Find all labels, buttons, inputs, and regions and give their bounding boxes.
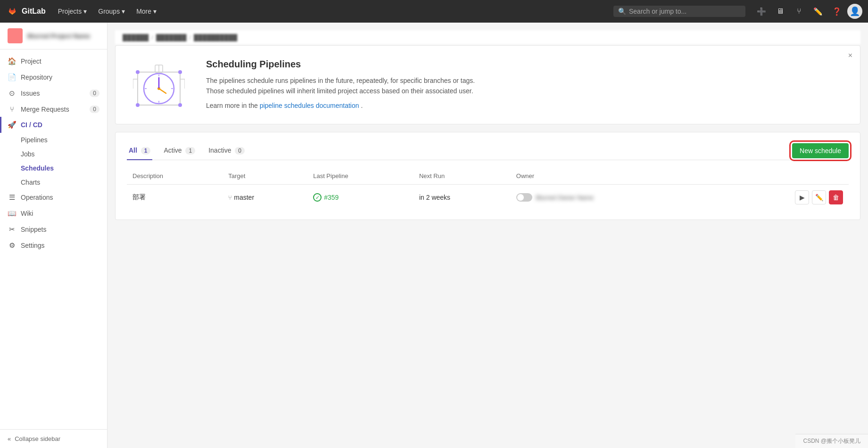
sidebar-item-schedules[interactable]: Schedules	[21, 161, 107, 175]
sidebar-project-header[interactable]: Blurred Project Name	[0, 23, 107, 49]
sidebar-item-jobs[interactable]: Jobs	[21, 147, 107, 161]
sidebar-cicd-subnav: Pipelines Jobs Schedules Charts	[0, 133, 107, 189]
merge-icon: ⑂	[8, 105, 16, 113]
banner-body: The pipelines schedule runs pipelines in…	[206, 75, 475, 97]
sidebar-item-project[interactable]: 🏠 Project	[0, 53, 107, 69]
monitor-icon[interactable]: 🖥	[772, 3, 789, 20]
top-navigation: GitLab Projects ▾ Groups ▾ More ▾ 🔍 Sear…	[0, 0, 868, 23]
col-actions	[713, 168, 849, 185]
sidebar-item-merge-requests[interactable]: ⑂ Merge Requests 0	[0, 101, 107, 117]
page-layout: Blurred Project Name 🏠 Project 📄 Reposit…	[0, 23, 868, 448]
sidebar-item-cicd[interactable]: 🚀 CI / CD	[0, 117, 107, 133]
merge-request-icon[interactable]: ⑂	[791, 3, 808, 20]
edit-schedule-button[interactable]: ✏️	[812, 190, 826, 204]
info-banner: ×	[115, 45, 860, 124]
sidebar-item-operations[interactable]: ☰ Operations	[0, 189, 107, 205]
sidebar-item-issues[interactable]: ⊙ Issues 0	[0, 85, 107, 101]
search-icon: 🔍	[618, 8, 626, 15]
global-search[interactable]: 🔍 Search or jump to...	[613, 6, 745, 17]
sidebar-navigation: 🏠 Project 📄 Repository ⊙ Issues 0 ⑂ Merg…	[0, 49, 107, 429]
all-count: 1	[141, 147, 151, 155]
col-owner: Owner	[511, 168, 713, 185]
wiki-icon: 📖	[8, 209, 16, 218]
inactive-count: 0	[235, 147, 245, 155]
new-schedule-button[interactable]: New schedule	[792, 143, 849, 158]
run-schedule-button[interactable]: ▶	[795, 190, 809, 204]
operations-icon: ☰	[8, 193, 16, 202]
sidebar-item-pipelines[interactable]: Pipelines	[21, 133, 107, 147]
home-icon: 🏠	[8, 57, 16, 65]
learn-more-link[interactable]: pipeline schedules documentation	[260, 102, 359, 109]
footer-credit: CSDN @搬个小板凳儿	[795, 434, 868, 448]
svg-point-13	[136, 70, 140, 74]
collapse-sidebar-button[interactable]: « Collapse sidebar	[0, 429, 107, 448]
close-banner-button[interactable]: ×	[848, 51, 852, 60]
owner-name: Blurred Owner Name	[536, 194, 594, 201]
nav-more[interactable]: More ▾	[132, 5, 161, 18]
svg-point-16	[178, 103, 182, 107]
issues-badge: 0	[90, 90, 99, 97]
cicd-icon: 🚀	[8, 121, 16, 129]
col-last-pipeline: Last Pipeline	[307, 168, 413, 185]
col-target: Target	[223, 168, 307, 185]
help-icon[interactable]: ❓	[828, 3, 845, 20]
sidebar: Blurred Project Name 🏠 Project 📄 Reposit…	[0, 23, 107, 448]
todo-icon[interactable]: ✏️	[810, 3, 827, 20]
topnav-links: Projects ▾ Groups ▾ More ▾	[53, 5, 161, 18]
breadcrumb: ██████ / ███████ / ██████████	[115, 30, 860, 45]
chevron-down-icon: ▾	[83, 8, 87, 15]
mr-badge: 0	[90, 106, 99, 113]
schedule-target: ⑂ master	[223, 185, 307, 211]
snippets-icon: ✂	[8, 225, 16, 234]
main-content: ██████ / ███████ / ██████████ ×	[107, 23, 868, 448]
chevron-down-icon: ▾	[153, 8, 157, 15]
schedules-card: All 1 Active 1 Inactive 0 New schedule D…	[115, 132, 860, 220]
tabs-row: All 1 Active 1 Inactive 0 New schedule	[127, 142, 849, 160]
tab-all[interactable]: All 1	[127, 142, 152, 160]
gitlab-logo[interactable]: GitLab	[6, 5, 46, 18]
chevron-down-icon: ▾	[122, 8, 125, 15]
settings-icon: ⚙	[8, 241, 16, 250]
file-icon: 📄	[8, 73, 16, 81]
topnav-icon-group: ➕ 🖥 ⑂ ✏️ ❓ 👤	[753, 3, 862, 20]
project-name: Blurred Project Name	[27, 33, 90, 40]
schedules-table: Description Target Last Pipeline Next Ru…	[127, 168, 849, 210]
banner-text: Scheduling Pipelines The pipelines sched…	[206, 59, 475, 111]
nav-projects[interactable]: Projects ▾	[53, 5, 92, 18]
col-description: Description	[127, 168, 223, 185]
gitlab-wordmark: GitLab	[22, 7, 46, 16]
tab-inactive[interactable]: Inactive 0	[207, 142, 247, 160]
schedule-next-run: in 2 weeks	[413, 185, 511, 211]
schedule-last-pipeline: ✓ #359	[307, 185, 413, 211]
clock-illustration	[131, 61, 187, 108]
svg-point-15	[136, 103, 140, 107]
table-row: 部署 ⑂ master ✓ #359	[127, 185, 849, 211]
svg-point-14	[178, 70, 182, 74]
tab-active[interactable]: Active 1	[162, 142, 197, 160]
new-item-icon[interactable]: ➕	[753, 3, 770, 20]
success-icon: ✓	[313, 193, 322, 202]
issues-icon: ⊙	[8, 89, 16, 98]
schedule-description: 部署	[127, 185, 223, 211]
active-count: 1	[185, 147, 195, 155]
sidebar-item-charts[interactable]: Charts	[21, 175, 107, 189]
nav-groups[interactable]: Groups ▾	[93, 5, 130, 18]
sidebar-item-settings[interactable]: ⚙ Settings	[0, 237, 107, 253]
schedule-actions: ▶ ✏️ 🗑	[713, 185, 849, 211]
delete-schedule-button[interactable]: 🗑	[829, 190, 843, 204]
chevron-left-icon: «	[8, 435, 11, 442]
banner-title: Scheduling Pipelines	[206, 59, 475, 70]
col-next-run: Next Run	[413, 168, 511, 185]
sidebar-item-snippets[interactable]: ✂ Snippets	[0, 221, 107, 237]
schedule-owner: Blurred Owner Name	[511, 185, 713, 211]
user-avatar[interactable]: 👤	[847, 4, 862, 19]
project-avatar	[8, 28, 23, 43]
branch-icon: ⑂	[228, 194, 232, 201]
sidebar-item-repository[interactable]: 📄 Repository	[0, 69, 107, 85]
sidebar-item-wiki[interactable]: 📖 Wiki	[0, 205, 107, 221]
owner-toggle[interactable]	[516, 193, 532, 202]
